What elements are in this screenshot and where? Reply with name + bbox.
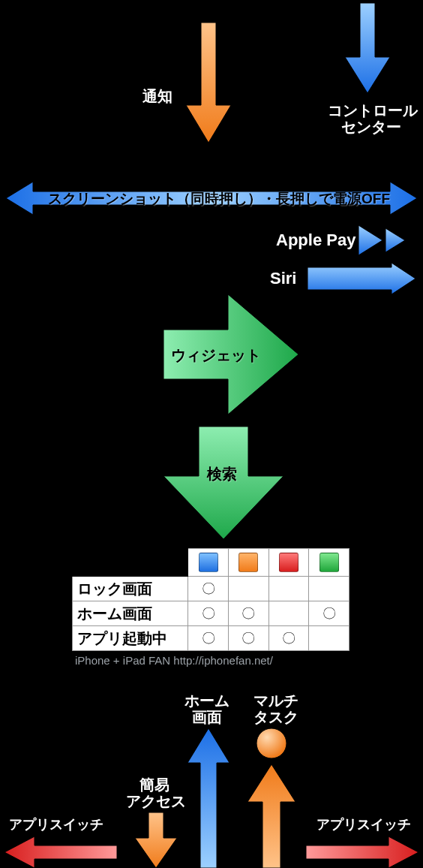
siri-label: Siri	[270, 269, 296, 288]
cell-1-1: 〇	[228, 601, 268, 626]
app-switch-left-arrow-icon	[4, 836, 117, 868]
cell-0-2	[268, 577, 309, 601]
multitask-up-arrow-icon	[248, 764, 296, 868]
search-label: 検索	[207, 464, 237, 484]
multitask-ball-icon	[255, 727, 288, 760]
control-center-arrow-icon	[345, 3, 390, 93]
cell-0-1	[228, 577, 268, 601]
row-home: ホーム画面	[73, 601, 188, 626]
col-blue-icon	[199, 553, 218, 572]
row-lock: ロック画面	[73, 577, 188, 601]
cell-2-3	[309, 626, 350, 651]
app-switch-right-arrow-icon	[306, 836, 418, 868]
apple-pay-arrow-icon	[358, 225, 412, 255]
col-orange-icon	[238, 553, 258, 572]
col-red-icon	[279, 553, 298, 572]
screenshot-bar-label: スクリーンショット（同時押し）・長押しで電源OFF	[48, 189, 375, 209]
apple-pay-label: Apple Pay	[276, 231, 356, 250]
cell-0-0: 〇	[188, 577, 229, 601]
cell-1-2	[268, 601, 309, 626]
row-app: アプリ起動中	[73, 626, 188, 651]
cell-0-3	[309, 577, 350, 601]
diagram-stage: 通知 コントロール センター スクリーンショット（同時押し）・長押しで電源OFF…	[0, 0, 423, 868]
home-up-arrow-icon	[188, 728, 230, 868]
app-switch-right-label: アプリスイッチ	[316, 815, 411, 833]
cell-1-0: 〇	[188, 601, 229, 626]
svg-point-0	[256, 728, 286, 758]
notify-label: 通知	[142, 86, 172, 107]
cell-2-2: 〇	[268, 626, 309, 651]
cell-2-0: 〇	[188, 626, 229, 651]
cell-2-1: 〇	[228, 626, 268, 651]
gesture-table: ロック画面 〇 ホーム画面 〇 〇 〇 アプリ起動中 〇 〇 〇 iPhone	[72, 548, 350, 667]
col-green-icon	[320, 553, 339, 572]
widget-label: ウィジェット	[171, 345, 261, 366]
multi-label-2: タスク	[254, 707, 298, 728]
attribution-text: iPhone + iPad FAN http://iphonefan.net/	[72, 654, 350, 667]
easy-access-arrow-icon	[135, 812, 177, 868]
control-center-label-2: センター	[341, 117, 401, 137]
easy-label-2: アクセス	[126, 791, 186, 812]
home-label-2: 画面	[192, 707, 222, 728]
siri-arrow-icon	[308, 263, 416, 294]
cell-1-3: 〇	[309, 601, 350, 626]
notify-arrow-icon	[186, 23, 231, 143]
app-switch-left-label: アプリスイッチ	[9, 815, 104, 833]
